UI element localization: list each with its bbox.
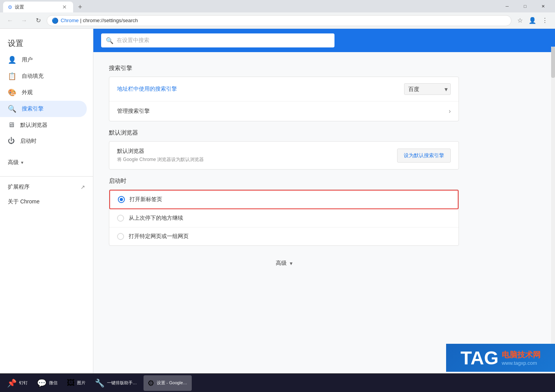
sidebar-item-startup[interactable]: ⏻ 启动时 (0, 133, 87, 149)
sidebar-item-appearance[interactable]: 🎨 外观 (0, 84, 87, 101)
refresh-button[interactable]: ↻ (33, 15, 44, 26)
startup-option-specific[interactable]: 打开特定网页或一组网页 (109, 228, 459, 245)
sidebar-advanced-section[interactable]: 高级 ▾ (0, 155, 93, 170)
tag-logo: TAG 电脑技术网 www.tagxp.com (446, 344, 555, 372)
sidebar-item-default-browser[interactable]: 🖥 默认浏览器 (0, 117, 87, 133)
sidebar-divider (0, 176, 93, 177)
search-engine-title: 搜索引擎 (109, 65, 459, 72)
settings-tab-title: 设置 (15, 4, 24, 10)
taskbar-pin-label: 钉钉 (19, 380, 28, 386)
sidebar-item-search[interactable]: 🔍 搜索引擎 (0, 101, 87, 117)
radio-continue[interactable] (117, 215, 124, 222)
settings-main: 搜索引擎 地址栏中使用的搜索引擎 百度 管理搜索引擎 (93, 52, 474, 282)
sidebar-title: 设置 (0, 32, 93, 52)
default-browser-title: 默认浏览器 (109, 129, 459, 136)
startup-title: 启动时 (109, 177, 459, 185)
advanced-section-label: 高级 (276, 260, 287, 267)
sidebar-item-autofill[interactable]: 📋 自动填充 (0, 68, 87, 84)
startup-option-new-tab[interactable]: 打开新标签页 (109, 190, 459, 209)
sidebar-item-startup-label: 启动时 (20, 138, 37, 145)
chrome-taskbar-icon: ⚙ (147, 378, 154, 388)
sidebar-item-appearance-label: 外观 (22, 89, 33, 96)
tab-close-button[interactable]: ✕ (61, 3, 68, 11)
forward-button[interactable]: → (19, 15, 30, 26)
default-browser-card: 默认浏览器 将 Google Chrome 浏览器设为默认浏览器 设为默认搜索引… (109, 141, 459, 170)
tab-area: ⚙ 设置 ✕ + (3, 0, 498, 12)
manage-engine-label: 管理搜索引擎 (117, 108, 150, 115)
address-input[interactable]: 🔵 Chrome | chrome://settings/search (47, 15, 511, 26)
profile-button[interactable]: 👤 (527, 15, 538, 26)
extensions-label: 扩展程序 (8, 184, 30, 191)
tag-big-text: TAG (460, 347, 499, 369)
about-chrome-label: 关于 Chrome (8, 198, 40, 205)
bookmark-button[interactable]: ☆ (515, 15, 525, 26)
startup-specific-label: 打开特定网页或一组网页 (129, 233, 189, 240)
default-browser-info: 默认浏览器 将 Google Chrome 浏览器设为默认浏览器 (117, 148, 204, 163)
radio-new-tab[interactable] (118, 196, 125, 203)
search-icon: 🔍 (106, 37, 114, 44)
user-icon: 👤 (8, 56, 16, 64)
default-browser-row: 默认浏览器 将 Google Chrome 浏览器设为默认浏览器 设为默认搜索引… (109, 142, 459, 169)
scrollbar-track[interactable] (551, 47, 555, 372)
pin-icon: 📌 (7, 378, 17, 388)
default-browser-row-title: 默认浏览器 (117, 148, 204, 155)
appearance-icon: 🎨 (8, 88, 16, 97)
sidebar-item-autofill-label: 自动填充 (22, 73, 44, 80)
advanced-chevron-icon: ▾ (290, 260, 292, 266)
address-bar-engine-label: 地址栏中使用的搜索引擎 (117, 86, 177, 93)
taskbar-photos[interactable]: 🖼 图片 (63, 375, 89, 391)
advanced-section[interactable]: 高级 ▾ (109, 254, 459, 273)
tag-site-main: 电脑技术网 (502, 350, 541, 360)
taskbar-chrome[interactable]: ⚙ 设置 - Google Ch... (144, 375, 192, 391)
wechat-icon: 💬 (37, 378, 47, 388)
radio-specific[interactable] (117, 233, 124, 240)
minimize-button[interactable]: ─ (498, 0, 516, 12)
sidebar-item-user[interactable]: 👤 用户 (0, 52, 87, 68)
engine-select[interactable]: 百度 (404, 83, 451, 95)
startup-continue-label: 从上次停下的地方继续 (129, 215, 183, 222)
taskbar-wechat[interactable]: 💬 微信 (33, 375, 61, 391)
startup-option-continue[interactable]: 从上次停下的地方继续 (109, 209, 459, 228)
photos-icon: 🖼 (67, 378, 75, 387)
taskbar-pin[interactable]: 📌 钉钉 (3, 375, 32, 391)
address-bar: ← → ↻ 🔵 Chrome | chrome://settings/searc… (0, 12, 555, 29)
menu-button[interactable]: ⋮ (539, 15, 550, 26)
startup-new-tab-label: 打开新标签页 (130, 196, 162, 203)
settings-tab-icon: ⚙ (8, 4, 12, 10)
settings-search-input[interactable]: 🔍 在设置中搜索 (101, 33, 334, 47)
advanced-label: 高级 (8, 159, 19, 166)
address-text: Chrome | chrome://settings/search (61, 18, 138, 23)
taskbar-wechat-label: 微信 (49, 380, 58, 386)
default-browser-row-desc: 将 Google Chrome 浏览器设为默认浏览器 (117, 156, 204, 163)
autofill-icon: 📋 (8, 72, 16, 80)
startup-icon: ⏻ (8, 137, 15, 145)
maximize-button[interactable]: □ (516, 0, 534, 12)
external-link-icon: ↗ (81, 184, 85, 190)
settings-search-bar: 🔍 在设置中搜索 (93, 29, 555, 52)
taskbar-photos-label: 图片 (77, 380, 86, 386)
sidebar-extensions[interactable]: 扩展程序 ↗ (0, 180, 93, 194)
startup-card: 打开新标签页 从上次停下的地方继续 打开特定网页或一组网页 (109, 189, 459, 246)
title-bar: ⚙ 设置 ✕ + ─ □ ✕ (0, 0, 555, 12)
settings-tab[interactable]: ⚙ 设置 ✕ (3, 2, 73, 12)
taskbar-helper[interactable]: 🔧 一键排版助手(MyE... (91, 375, 142, 391)
set-default-browser-button[interactable]: 设为默认搜索引擎 (397, 149, 451, 163)
main-content: 🔍 在设置中搜索 搜索引擎 地址栏中使用的搜索引擎 百度 (93, 29, 555, 373)
main-layout: 设置 👤 用户 📋 自动填充 🎨 外观 🔍 搜索引擎 🖥 默认浏览器 (0, 29, 555, 373)
helper-icon: 🔧 (95, 378, 105, 388)
manage-engine-row[interactable]: 管理搜索引擎 › (109, 102, 459, 121)
advanced-chevron-icon: ▾ (21, 160, 23, 165)
address-actions: ☆ 👤 ⋮ (515, 15, 550, 26)
sidebar-item-search-label: 搜索引擎 (22, 105, 44, 112)
window-controls: ─ □ ✕ (498, 0, 552, 12)
search-placeholder: 在设置中搜索 (117, 37, 149, 44)
taskbar-helper-label: 一键排版助手(MyE... (107, 380, 138, 386)
new-tab-button[interactable]: + (75, 2, 86, 12)
site-security-icon: 🔵 (52, 18, 58, 24)
sidebar-about-chrome[interactable]: 关于 Chrome (0, 194, 87, 209)
scrollbar-thumb[interactable] (551, 47, 555, 78)
engine-dropdown[interactable]: 百度 (404, 83, 451, 95)
sidebar-item-user-label: 用户 (22, 56, 33, 63)
back-button[interactable]: ← (5, 15, 16, 26)
close-window-button[interactable]: ✕ (534, 0, 552, 12)
